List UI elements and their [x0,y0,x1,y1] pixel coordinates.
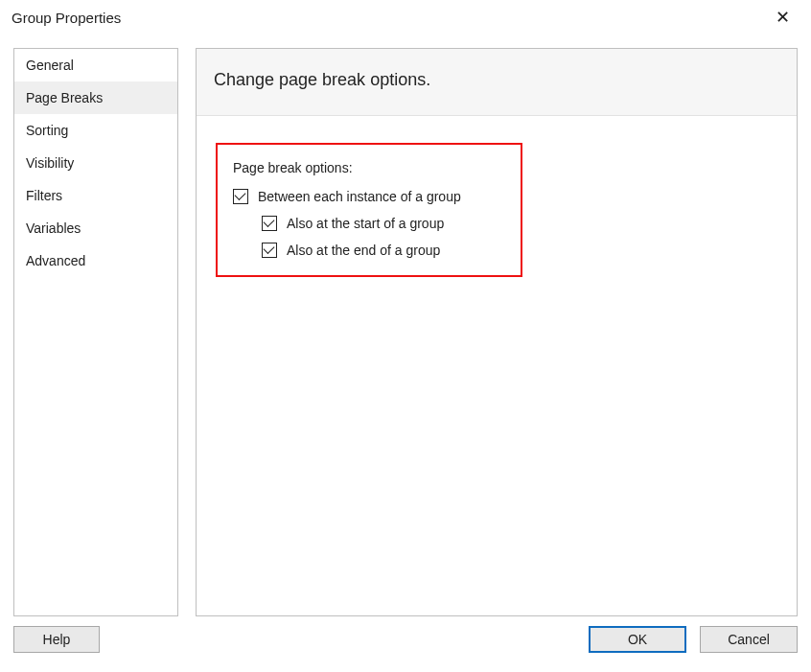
panel-heading: Change page break options. [197,49,797,116]
main-panel: Change page break options. Page break op… [196,48,798,616]
sidebar-item-visibility[interactable]: Visibility [14,147,177,179]
dialog-content: General Page Breaks Sorting Visibility F… [0,35,811,616]
checkbox-row-at-start[interactable]: Also at the start of a group [262,216,505,231]
button-label: OK [628,632,647,647]
ok-button[interactable]: OK [589,626,686,653]
options-title: Page break options: [233,160,505,175]
checkbox-label: Between each instance of a group [258,189,461,204]
sidebar-item-advanced[interactable]: Advanced [14,244,177,277]
sidebar-item-page-breaks[interactable]: Page Breaks [14,81,177,114]
dialog-window: Group Properties ✕ General Page Breaks S… [0,0,811,672]
sidebar-item-label: Visibility [26,155,74,171]
sidebar-item-label: Filters [26,188,62,203]
button-label: Help [43,632,71,647]
cancel-button[interactable]: Cancel [700,626,798,653]
sidebar-item-general[interactable]: General [14,49,177,81]
dialog-footer: Help OK Cancel [0,616,811,664]
sidebar-item-variables[interactable]: Variables [14,212,177,244]
page-break-options-highlight: Page break options: Between each instanc… [216,143,522,277]
sidebar-item-label: Sorting [26,123,68,138]
button-label: Cancel [728,632,770,647]
checkbox-label: Also at the end of a group [287,243,440,258]
sidebar-item-label: Page Breaks [26,90,103,105]
dialog-title: Group Properties [12,10,121,26]
sidebar-item-filters[interactable]: Filters [14,179,177,212]
sidebar-nav: General Page Breaks Sorting Visibility F… [13,48,178,616]
checkbox-label: Also at the start of a group [287,216,444,231]
checkbox-between-instance[interactable] [233,189,248,204]
sidebar-item-label: Advanced [26,253,85,268]
help-button[interactable]: Help [13,626,100,653]
checkbox-at-end[interactable] [262,243,277,258]
sidebar-item-sorting[interactable]: Sorting [14,114,177,147]
sidebar-item-label: General [26,58,74,73]
titlebar: Group Properties ✕ [0,0,811,35]
checkbox-row-between[interactable]: Between each instance of a group [233,189,505,204]
footer-right: OK Cancel [589,626,798,653]
panel-body: Page break options: Between each instanc… [197,116,797,304]
close-icon: ✕ [776,7,790,28]
close-button[interactable]: ✕ [763,3,801,32]
checkbox-at-start[interactable] [262,216,277,231]
checkbox-row-at-end[interactable]: Also at the end of a group [262,243,505,258]
sidebar-item-label: Variables [26,220,81,236]
